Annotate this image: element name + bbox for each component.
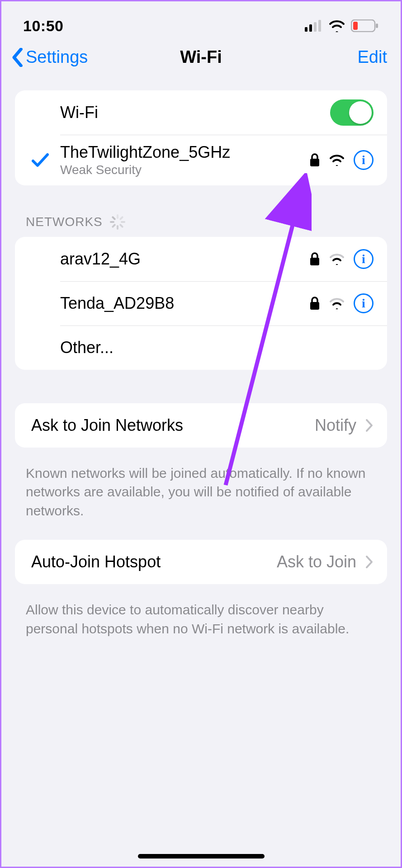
- ask-join-row[interactable]: Ask to Join Networks Notify: [15, 403, 387, 448]
- svg-rect-2: [314, 22, 317, 32]
- network-name: arav12_4G: [60, 250, 309, 269]
- svg-rect-0: [305, 27, 307, 32]
- lock-icon: [309, 297, 320, 310]
- status-indicators: [305, 19, 379, 32]
- svg-rect-3: [318, 20, 321, 32]
- page-title: Wi-Fi: [180, 47, 222, 67]
- wifi-strength-icon: [329, 253, 345, 265]
- ask-join-group: Ask to Join Networks Notify: [15, 403, 387, 448]
- ask-join-value: Notify: [315, 416, 356, 435]
- info-button[interactable]: i: [354, 150, 374, 170]
- svg-rect-5: [376, 24, 378, 28]
- wifi-strength-icon: [329, 154, 345, 166]
- edit-button[interactable]: Edit: [358, 47, 387, 67]
- lock-icon: [309, 252, 320, 266]
- other-network-row[interactable]: Other...: [15, 326, 387, 370]
- networks-header: NETWORKS: [1, 195, 401, 232]
- checkmark-icon: [31, 152, 49, 168]
- info-button[interactable]: i: [354, 293, 374, 313]
- svg-rect-8: [310, 258, 319, 265]
- home-indicator[interactable]: [138, 854, 265, 859]
- wifi-group: Wi-Fi TheTwilightZone_5GHz Weak Security…: [15, 90, 387, 185]
- nav-bar: Settings Wi-Fi Edit: [1, 42, 401, 80]
- auto-hotspot-group: Auto-Join Hotspot Ask to Join: [15, 540, 387, 584]
- wifi-toggle-row: Wi-Fi: [15, 90, 387, 135]
- other-label: Other...: [60, 338, 374, 357]
- wifi-toggle-label: Wi-Fi: [60, 103, 330, 122]
- status-time: 10:50: [23, 17, 63, 35]
- auto-hotspot-label: Auto-Join Hotspot: [31, 552, 277, 571]
- connected-network-warning: Weak Security: [60, 163, 309, 177]
- wifi-strength-icon: [329, 297, 345, 309]
- chevron-right-icon: [365, 419, 374, 432]
- lock-icon: [309, 153, 320, 167]
- auto-hotspot-footer: Allow this device to automatically disco…: [1, 594, 401, 642]
- status-bar: 10:50: [1, 1, 401, 42]
- spinner-icon: [110, 214, 125, 230]
- svg-rect-1: [309, 24, 312, 32]
- info-button[interactable]: i: [354, 249, 374, 269]
- network-row[interactable]: arav12_4G i: [15, 237, 387, 281]
- connected-network-name: TheTwilightZone_5GHz: [60, 143, 309, 162]
- wifi-icon: [328, 19, 345, 32]
- chevron-left-icon: [10, 48, 24, 67]
- back-label: Settings: [26, 47, 88, 67]
- ask-join-label: Ask to Join Networks: [31, 416, 315, 435]
- auto-hotspot-row[interactable]: Auto-Join Hotspot Ask to Join: [15, 540, 387, 584]
- chevron-right-icon: [365, 555, 374, 569]
- svg-rect-6: [353, 22, 358, 30]
- wifi-toggle[interactable]: [330, 99, 374, 126]
- auto-hotspot-value: Ask to Join: [277, 552, 356, 571]
- battery-icon: [351, 19, 379, 32]
- networks-group: arav12_4G i Tenda_AD29B8 i Other...: [15, 237, 387, 370]
- back-button[interactable]: Settings: [10, 47, 88, 67]
- ask-join-footer: Known networks will be joined automatica…: [1, 458, 401, 524]
- network-row[interactable]: Tenda_AD29B8 i: [15, 281, 387, 326]
- svg-rect-7: [310, 159, 319, 166]
- connected-network-row[interactable]: TheTwilightZone_5GHz Weak Security i: [15, 135, 387, 185]
- svg-rect-9: [310, 302, 319, 310]
- cellular-icon: [305, 20, 323, 32]
- network-name: Tenda_AD29B8: [60, 294, 309, 313]
